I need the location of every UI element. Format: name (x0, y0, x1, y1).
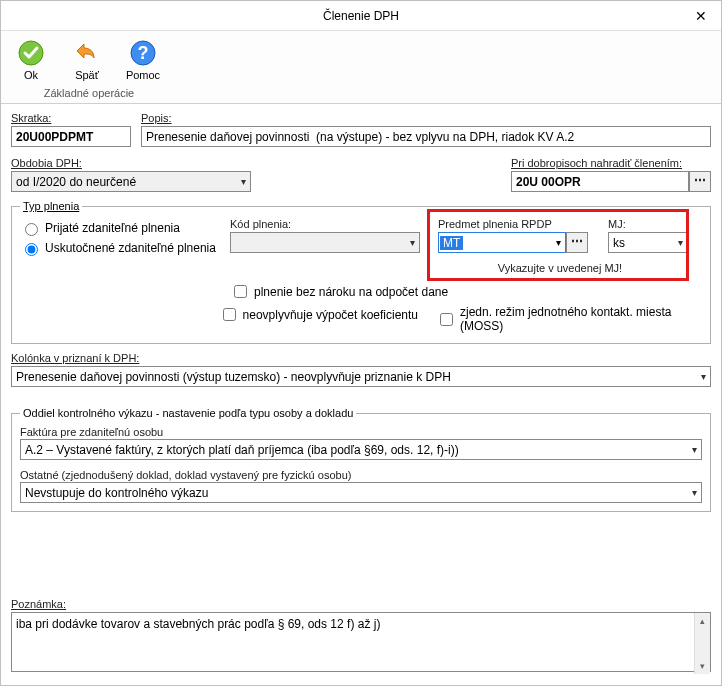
scroll-up-icon[interactable]: ▴ (695, 613, 710, 629)
dobropis-label: Pri dobropisoch nahradiť členením: (511, 157, 711, 169)
chk-moss[interactable]: zjedn. režim jednotného kontakt. miesta … (436, 305, 702, 333)
kolonka-label: Kolónka v priznaní k DPH: (11, 352, 711, 364)
popis-label: Popis: (141, 112, 711, 124)
obdobia-select[interactable]: od I/2020 do neurčené ▾ (11, 171, 251, 192)
close-icon: ✕ (695, 8, 707, 24)
titlebar: Členenie DPH ✕ (1, 1, 721, 31)
back-button[interactable]: Späť (65, 37, 109, 83)
kv-ostatne-label: Ostatné (zjednodušený doklad, doklad vys… (20, 469, 351, 481)
close-button[interactable]: ✕ (689, 5, 713, 27)
form-area: Skratka: Popis: Obdobia DPH: od I/2020 d… (1, 104, 721, 685)
obdobia-label: Obdobia DPH: (11, 157, 251, 169)
popis-input[interactable] (141, 126, 711, 147)
chevron-down-icon: ▾ (688, 487, 697, 498)
kod-plnenia-label: Kód plnenia: (230, 218, 420, 230)
poznamka-label: Poznámka: (11, 598, 711, 610)
scroll-down-icon[interactable]: ▾ (695, 658, 710, 674)
chevron-down-icon: ▾ (688, 444, 697, 455)
chevron-down-icon: ▾ (674, 237, 683, 248)
help-button[interactable]: ? Pomoc (121, 37, 165, 83)
textarea-scrollbar[interactable]: ▴ ▾ (694, 613, 710, 674)
radio-uskutocnene[interactable]: Uskutočnené zdaniteľné plnenia (20, 240, 220, 256)
kv-legend: Oddiel kontrolného výkazu - nastavenie p… (20, 407, 356, 419)
svg-text:?: ? (138, 43, 149, 63)
chk-koeficient[interactable]: neovplyvňuje výpočet koeficientu (219, 305, 426, 324)
predmet-label: Predmet plnenia RPDP (438, 218, 598, 230)
mj-select[interactable]: ks ▾ (608, 232, 688, 253)
dialog-window: Členenie DPH ✕ Ok Späť ? (0, 0, 722, 686)
chevron-down-icon: ▾ (697, 371, 706, 382)
skratka-label: Skratka: (11, 112, 131, 124)
help-icon: ? (129, 39, 157, 67)
window-title: Členenie DPH (323, 9, 399, 23)
typ-plnenia-group: Typ plnenia Prijaté zdaniteľné plnenia U… (11, 200, 711, 344)
mj-label: MJ: (608, 218, 688, 230)
poznamka-input[interactable] (11, 612, 711, 672)
radio-prijate[interactable]: Prijaté zdaniteľné plnenia (20, 220, 220, 236)
dobropis-input[interactable] (511, 171, 689, 192)
ribbon: Ok Späť ? Pomoc Základné operácie (1, 31, 721, 104)
chevron-down-icon: ▾ (237, 176, 246, 187)
kolonka-select[interactable]: Prenesenie daňovej povinnosti (výstup tu… (11, 366, 711, 387)
chk-bez-naroku[interactable]: plnenie bez nároku na odpočet dane (230, 282, 450, 301)
chevron-down-icon: ▾ (406, 237, 415, 248)
typ-plnenia-legend: Typ plnenia (20, 200, 82, 212)
skratka-input[interactable] (11, 126, 131, 147)
kv-ostatne-select[interactable]: Nevstupuje do kontrolného výkazu ▾ (20, 482, 702, 503)
ribbon-group-label: Základné operácie (9, 83, 169, 103)
dobropis-browse-button[interactable]: ⋯ (689, 171, 711, 192)
kod-plnenia-select[interactable]: ▾ (230, 232, 420, 253)
mj-hint: Vykazujte v uvedenej MJ! (440, 262, 680, 274)
ok-button[interactable]: Ok (9, 37, 53, 83)
chevron-down-icon: ▾ (556, 237, 565, 248)
undo-icon (73, 39, 101, 67)
kv-faktura-select[interactable]: A.2 – Vystavené faktúry, z ktorých platí… (20, 439, 702, 460)
ok-icon (17, 39, 45, 67)
kv-group: Oddiel kontrolného výkazu - nastavenie p… (11, 407, 711, 512)
predmet-browse-button[interactable]: ⋯ (566, 232, 588, 253)
predmet-select[interactable]: MT ▾ (438, 232, 566, 253)
kv-faktura-label: Faktúra pre zdaniteľnú osobu (20, 426, 163, 438)
